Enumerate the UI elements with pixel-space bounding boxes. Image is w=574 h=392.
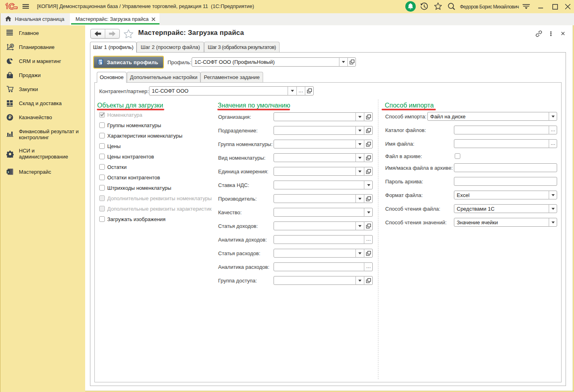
svg-text:x: x [8,170,10,174]
svg-text:₽: ₽ [8,115,11,120]
svg-text:₽: ₽ [11,44,13,48]
